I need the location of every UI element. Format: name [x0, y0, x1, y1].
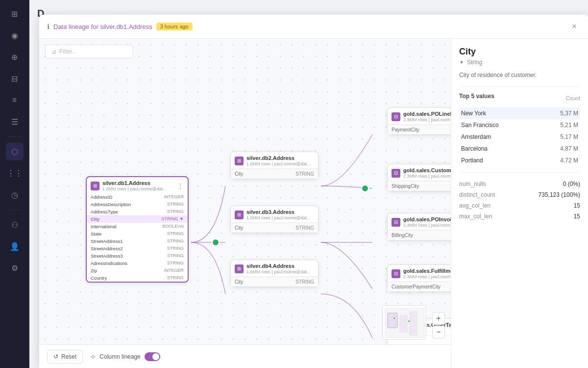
sidebar-icon-add[interactable]: ⊕: [6, 48, 24, 66]
modal-title-text: Data lineage for silver.db1.Address: [53, 23, 152, 30]
lineage-canvas[interactable]: ⊿ Filter...: [39, 39, 451, 368]
value-new-york: New York: [459, 107, 539, 119]
field-streetaddress2: StreetAddress2 STRING: [87, 245, 188, 252]
table-row-barcelona[interactable]: Barcelona 4,87 M: [459, 143, 580, 155]
modal-body: ⊿ Filter...: [39, 39, 588, 368]
time-badge: 3 hours ago: [156, 23, 193, 30]
count-barcelona: 4,87 M: [539, 143, 580, 155]
zoom-in-button[interactable]: +: [432, 312, 445, 325]
field-zip: Zip INTEGER: [87, 267, 188, 274]
gold-node-4-header: ⊟ gold.sales.FulfillmentOrder... 2.3MM r…: [388, 265, 451, 282]
sidebar-icon-layers[interactable]: ⊞: [6, 5, 24, 23]
gold-node-1-header: ⊟ gold.sales.POLineItem 2.3MM rows | pau…: [388, 108, 451, 125]
close-button[interactable]: ×: [568, 21, 580, 32]
table-row-amsterdam[interactable]: Amsterdam 5,17 M: [459, 131, 580, 143]
panel-field-title: City: [459, 47, 580, 57]
sidebar-icon-grid[interactable]: ⊟: [6, 70, 24, 87]
mid-node-2: ⊞ silver.db3.Address 1.6MM rows | paul.r…: [230, 206, 318, 233]
source-node-icon: ⊞: [91, 182, 99, 190]
gold-node-4-icon: ⊟: [392, 269, 400, 278]
string-type-icon: ✦: [459, 59, 464, 66]
column-lineage-label: Column lineage: [99, 353, 140, 360]
main-content: D... ℹ Data lineage for silver.db1.Addre…: [29, 0, 588, 368]
source-node-more-icon[interactable]: ⋮: [177, 182, 184, 190]
filter-input-wrapper[interactable]: ⊿ Filter...: [45, 45, 133, 58]
mid-node-2-title: silver.db3.Address: [246, 209, 311, 215]
mid-node-3-header: ⊞ silver.db4.Address 1.6MM rows | paul.r…: [231, 260, 318, 277]
info-icon: ℹ: [47, 23, 49, 30]
gold-node-1-title: gold.sales.POLineItem: [403, 111, 451, 117]
mid-node-1-title: silver.db2.Address: [246, 155, 311, 161]
reset-label: Reset: [61, 353, 76, 360]
mid-node-1-subtitle: 1.6MM rows | paul.roome@dat...: [246, 161, 311, 166]
sidebar-icon-database[interactable]: ◉: [6, 26, 24, 44]
field-adressindications: AdressIndications STRING: [87, 260, 188, 267]
modal-title-static: Data lineage for: [53, 23, 100, 30]
filter-icon: ⊿: [51, 48, 56, 55]
sidebar-divider-1: [7, 136, 22, 137]
stat-row-num-nulls: num_nulls 0 (0%): [459, 179, 580, 189]
mid-node-3-title: silver.db4.Address: [246, 263, 311, 269]
toggle-knob: [152, 353, 159, 360]
gold-node-2-title: gold.sales.CustomerPOInv...: [403, 167, 451, 173]
right-panel: City ✦ String City of residence of custo…: [451, 39, 588, 368]
svg-rect-7: [410, 312, 417, 315]
sidebar-icon-gear[interactable]: ⚙: [6, 259, 24, 277]
svg-rect-8: [410, 316, 417, 320]
gold-node-3: ⊟ gold.sales.POInvoiceItem 2.3MM rows | …: [387, 213, 451, 240]
column-lineage-row: ⊹ Column lineage: [91, 352, 160, 361]
zoom-out-button[interactable]: −: [432, 326, 445, 339]
field-international: International BOOLEAN: [87, 223, 188, 230]
gold-node-4-title: gold.sales.FulfillmentOrder...: [403, 268, 451, 274]
field-streetaddress1: StreetAddress1 STRING: [87, 237, 188, 245]
gold-node-4-field: CustomerPaymentCity: [388, 282, 451, 291]
sidebar-icon-clock[interactable]: ◷: [6, 186, 24, 204]
mid-node-1-field: City STRING: [231, 169, 318, 179]
table-row-san-francisco[interactable]: San Francisco 5,21 M: [459, 119, 580, 131]
sidebar-icon-user[interactable]: 👤: [6, 237, 24, 255]
source-node-subtitle: 1.6MM rows | paul.roome@dat...: [102, 186, 167, 191]
gold-node-3-subtitle: 2.3MM rows | paul.room: [403, 223, 451, 228]
source-node-title: silver.db1.Address: [102, 180, 167, 186]
count-new-york: 5,37 M: [539, 107, 580, 119]
gold-node-2-header: ⊟ gold.sales.CustomerPOInv... 2.3MM rows…: [388, 164, 451, 181]
sidebar-icon-table[interactable]: ≡: [6, 91, 24, 109]
svg-point-1: [362, 185, 368, 192]
svg-rect-6: [400, 327, 407, 332]
gold-node-2-field: ShippingCity: [388, 181, 451, 191]
mid-node-1-header: ⊞ silver.db2.Address 1.6MM rows | paul.r…: [231, 152, 318, 169]
gold-node-3-header: ⊟ gold.sales.POInvoiceItem 2.3MM rows | …: [388, 213, 451, 230]
stat-row-avg-col-len: avg_col_len 15: [459, 200, 580, 211]
sidebar-divider-2: [7, 210, 22, 210]
sidebar-icon-people[interactable]: ⚇: [6, 216, 24, 234]
value-barcelona: Barcelona: [459, 143, 539, 155]
gold-node-3-field: BillingCity: [388, 230, 451, 240]
sidebar-icon-flow[interactable]: ⋮⋮: [6, 164, 24, 182]
gold-node-2: ⊟ gold.sales.CustomerPOInv... 2.3MM rows…: [387, 164, 451, 191]
stat-row-distinct-count: distinct_count 735,123 (100%): [459, 189, 580, 200]
gold-node-4-subtitle: 2.3MM rows | paul.room: [403, 274, 451, 279]
mid-node-2-icon: ⊞: [235, 210, 244, 219]
mid-node-2-subtitle: 1.6MM rows | paul.roome@dat...: [246, 215, 311, 220]
table-row-portland[interactable]: Portland 4,72 M: [459, 155, 580, 166]
field-city[interactable]: City STRING ▼: [87, 215, 188, 223]
gold-node-2-subtitle: 2.3MM rows | paul.room: [403, 174, 451, 179]
field-addressdesc: AddressDescription STRING: [87, 201, 188, 208]
count-portland: 4,72 M: [539, 155, 580, 166]
table-row-new-york[interactable]: New York 5,37 M: [459, 107, 580, 119]
panel-description: City of residence of customer.: [459, 72, 580, 79]
field-country: Country STRING: [87, 274, 188, 282]
sidebar-icon-list[interactable]: ☰: [6, 113, 24, 131]
svg-rect-3: [388, 313, 397, 328]
column-lineage-toggle[interactable]: [145, 352, 160, 361]
gold-node-1: ⊟ gold.sales.POLineItem 2.3MM rows | pau…: [387, 107, 451, 135]
sidebar-icon-chart[interactable]: ⬡: [6, 143, 24, 160]
mid-node-3: ⊞ silver.db4.Address 1.6MM rows | paul.r…: [230, 260, 318, 287]
field-streetaddress3: StreetAddress3 STRING: [87, 252, 188, 260]
svg-rect-4: [400, 315, 407, 320]
count-header: Count: [566, 95, 580, 101]
reset-button[interactable]: ↺ Reset: [47, 350, 83, 364]
source-node-header: ⊞ silver.db1.Address 1.6MM rows | paul.r…: [87, 177, 188, 193]
source-node: ⊞ silver.db1.Address 1.6MM rows | paul.r…: [86, 176, 189, 283]
modal-title-link[interactable]: silver.db1.Address: [100, 23, 152, 30]
